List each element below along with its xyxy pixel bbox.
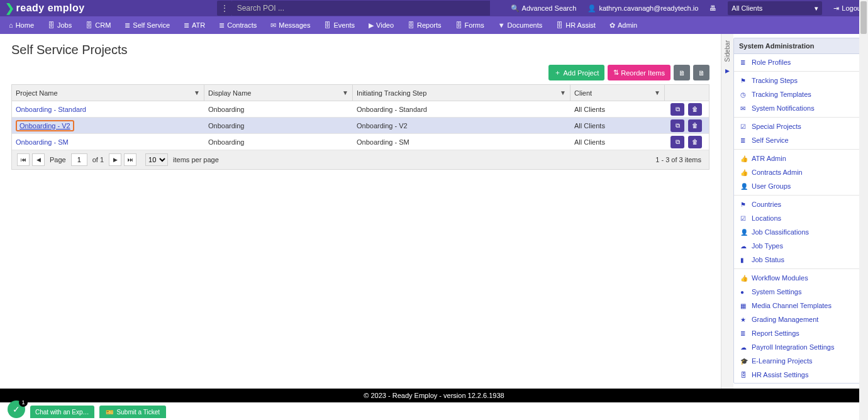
delete-button[interactable]: 🗑 <box>688 136 702 148</box>
sidebar-link-tracking-templates[interactable]: ◷Tracking Templates <box>734 87 864 101</box>
link-icon: 👍 <box>740 169 748 176</box>
nav-item-home[interactable]: ⌂Home <box>9 21 34 29</box>
nav-item-crm[interactable]: 🗄CRM <box>86 21 111 29</box>
delete-button[interactable]: 🗑 <box>688 119 702 132</box>
pager-next[interactable]: ▶ <box>109 153 121 166</box>
nav-item-events[interactable]: 🗄Events <box>324 21 355 29</box>
sidebar-link-contracts-admin[interactable]: 👍Contracts Admin <box>734 165 864 179</box>
link-label: Job Status <box>752 256 784 263</box>
sidebar-link-payroll-integration-settings[interactable]: ☁Payroll Integration Settings <box>734 340 864 354</box>
link-icon: ✉ <box>740 105 748 112</box>
sidebar-link-system-settings[interactable]: ●System Settings <box>734 285 864 299</box>
sidebar-link-countries[interactable]: ⚑Countries <box>734 197 864 211</box>
export-button-2[interactable]: 🗎 <box>693 65 709 80</box>
nav-item-reports[interactable]: 🗄Reports <box>408 21 442 29</box>
sidebar-link-locations[interactable]: ☑Locations <box>734 211 864 225</box>
col-initiating-step[interactable]: Initiating Tracking Step ▼ <box>353 85 570 101</box>
logo[interactable]: ❯ ready employ <box>5 1 85 15</box>
col-label: Client <box>574 89 592 97</box>
col-label: Project Name <box>16 89 58 97</box>
pager-page-input[interactable] <box>71 153 87 166</box>
search-menu-button[interactable]: ⋮ <box>217 1 232 16</box>
print-button[interactable]: 🖶 <box>709 4 716 12</box>
user-link[interactable]: 👤 kathryn.cavanagh@readytech.io <box>587 4 698 13</box>
pager-first[interactable]: ⏮ <box>17 153 30 166</box>
logout-link[interactable]: ⇥ Logout <box>833 4 863 13</box>
copy-button[interactable]: ⧉ <box>670 136 684 148</box>
nav-item-video[interactable]: ▶Video <box>369 21 394 30</box>
link-icon: ▮ <box>740 257 748 263</box>
sidebar-link-special-projects[interactable]: ☑Special Projects <box>734 119 864 133</box>
sidebar-link-job-status[interactable]: ▮Job Status <box>734 253 864 267</box>
pager-perpage-select[interactable]: 10 <box>145 153 168 166</box>
scrollbar-thumb[interactable] <box>860 1 867 34</box>
chat-badge[interactable]: ✓ 1 <box>8 401 25 418</box>
link-icon: ≣ <box>740 330 748 337</box>
cell-initiating-step: Onboarding - V2 <box>353 118 570 133</box>
sidebar-link-role-profiles[interactable]: ≣Role Profiles <box>734 55 864 69</box>
sidebar-link-tracking-steps[interactable]: ⚑Tracking Steps <box>734 74 864 87</box>
col-actions <box>665 85 709 101</box>
link-label: Locations <box>752 214 781 222</box>
copy-button[interactable]: ⧉ <box>670 103 684 116</box>
export-button-1[interactable]: 🗎 <box>674 65 690 80</box>
pager-prev[interactable]: ◀ <box>32 153 45 166</box>
reorder-items-button[interactable]: ⇅ Reorder Items <box>608 65 670 80</box>
filter-icon[interactable]: ▼ <box>194 89 200 96</box>
project-link[interactable]: Onboarding - Standard <box>16 106 86 113</box>
sidebar-link-system-notifications[interactable]: ✉System Notifications <box>734 101 864 115</box>
sidebar-link-grading-management[interactable]: ★Grading Management <box>734 312 864 326</box>
sidebar-link-report-settings[interactable]: ≣Report Settings <box>734 326 864 340</box>
filter-icon[interactable]: ▼ <box>342 89 348 96</box>
table-row: Onboarding - V2OnboardingOnboarding - V2… <box>12 118 709 134</box>
cell-client: All Clients <box>570 101 665 117</box>
nav-item-messages[interactable]: ✉Messages <box>270 21 310 30</box>
col-label: Initiating Tracking Step <box>357 89 426 97</box>
add-project-button[interactable]: ＋ Add Project <box>548 65 604 80</box>
sidebar-link-e-learning-projects[interactable]: 🎓E-Learning Projects <box>734 354 864 368</box>
sidebar-link-atr-admin[interactable]: 👍ATR Admin <box>734 152 864 165</box>
sidebar-toggle[interactable]: Sidebar ▸ <box>721 34 733 389</box>
nav-label: Messages <box>279 21 310 29</box>
nav-item-admin[interactable]: ✿Admin <box>609 21 637 30</box>
nav-item-contracts[interactable]: ≣Contracts <box>219 21 257 30</box>
nav-item-jobs[interactable]: 🗄Jobs <box>48 21 72 29</box>
sidebar-link-workflow-modules[interactable]: 👍Workflow Modules <box>734 271 864 285</box>
reorder-icon: ⇅ <box>613 69 619 77</box>
client-select[interactable]: All Clients ▾ <box>728 1 822 15</box>
chat-expert-button[interactable]: Chat with an Exp… <box>30 406 94 418</box>
col-display-name[interactable]: Display Name ▼ <box>204 85 353 101</box>
project-link[interactable]: Onboarding - V2 <box>16 120 74 131</box>
nav-item-forms[interactable]: 🗄Forms <box>455 21 484 29</box>
col-project-name[interactable]: Project Name ▼ <box>12 85 204 101</box>
pager-last[interactable]: ⏭ <box>124 153 136 166</box>
col-label: Display Name <box>208 89 251 97</box>
sidebar-link-job-classifications[interactable]: 👤Job Classifications <box>734 225 864 239</box>
delete-button[interactable]: 🗑 <box>688 103 702 116</box>
nav-item-self-service[interactable]: ≣Self Service <box>125 21 170 30</box>
copy-button[interactable]: ⧉ <box>670 119 684 132</box>
search-input[interactable] <box>232 1 490 16</box>
cell-project-name: Onboarding - V2 <box>12 118 204 133</box>
project-link[interactable]: Onboarding - SM <box>16 138 69 146</box>
cell-client: All Clients <box>570 118 665 133</box>
sidebar-link-hr-assist-settings[interactable]: 🗄HR Assist Settings <box>734 368 864 382</box>
nav-item-hr-assist[interactable]: 🗄HR Assist <box>556 21 596 29</box>
sidebar-link-self-service[interactable]: ≣Self Service <box>734 133 864 147</box>
user-email: kathryn.cavanagh@readytech.io <box>599 4 698 12</box>
scrollbar[interactable] <box>859 0 868 420</box>
submit-ticket-button[interactable]: 🎫 Submit a Ticket <box>99 406 166 418</box>
filter-icon[interactable]: ▼ <box>654 89 660 96</box>
advanced-search-link[interactable]: 🔍 Advanced Search <box>511 4 577 13</box>
sidebar-link-job-types[interactable]: ☁Job Types <box>734 239 864 253</box>
nav-icon: ≣ <box>125 21 130 30</box>
sidebar-link-media-channel-templates[interactable]: ▦Media Channel Templates <box>734 299 864 312</box>
nav-icon: 🗄 <box>556 21 563 29</box>
sidebar-link-user-groups[interactable]: 👤User Groups <box>734 179 864 193</box>
link-icon: ◷ <box>740 91 748 98</box>
col-client[interactable]: Client ▼ <box>570 85 665 101</box>
nav-item-documents[interactable]: ▼Documents <box>498 21 543 29</box>
page-title: Self Service Projects <box>11 43 709 57</box>
nav-item-atr[interactable]: ≣ATR <box>184 21 205 30</box>
filter-icon[interactable]: ▼ <box>560 89 566 96</box>
